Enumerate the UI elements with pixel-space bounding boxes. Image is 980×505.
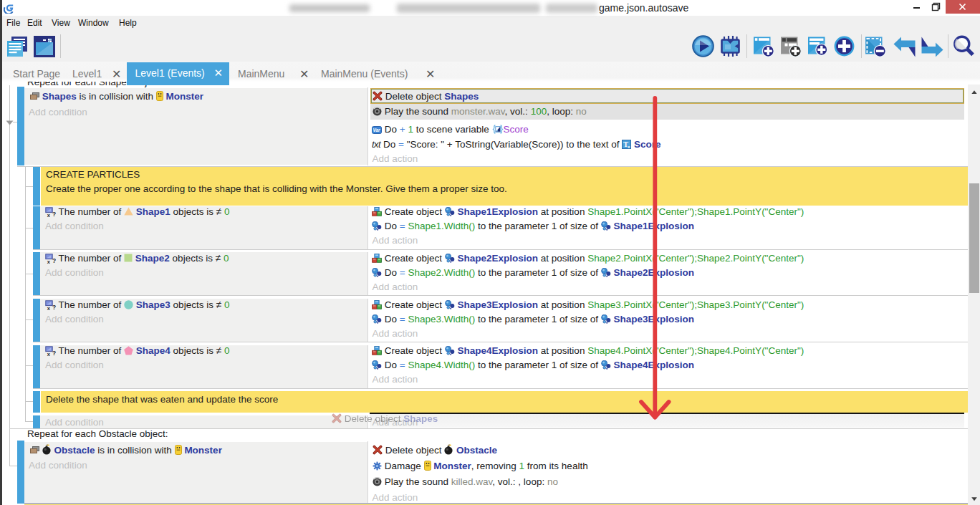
svg-text:Var: Var bbox=[373, 128, 380, 133]
svg-text:?: ? bbox=[52, 303, 56, 309]
svg-text:?: ? bbox=[52, 211, 56, 217]
svg-text:?: ? bbox=[52, 350, 56, 356]
svg-text:?: ? bbox=[52, 256, 56, 263]
